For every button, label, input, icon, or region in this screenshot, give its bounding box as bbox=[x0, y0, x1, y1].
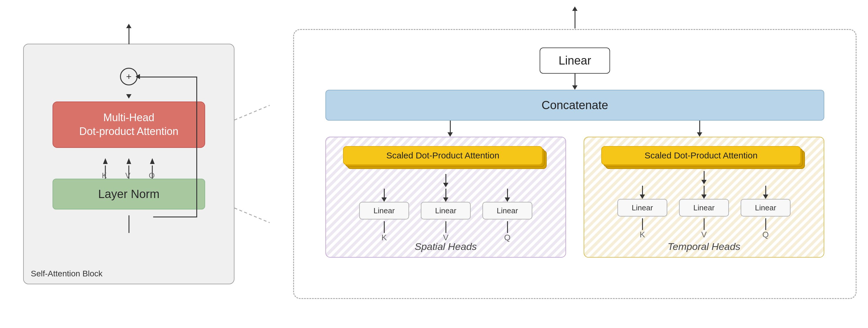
arrows-to-concat bbox=[326, 121, 824, 137]
spatial-scaled-dot-label: Scaled Dot-Product Attention bbox=[386, 151, 499, 161]
plus-circle: + bbox=[120, 68, 137, 86]
svg-line-10 bbox=[235, 208, 270, 223]
input-arrow bbox=[128, 215, 129, 233]
spatial-k-label: K bbox=[381, 233, 387, 242]
spatial-linear-v-box: Linear bbox=[421, 202, 471, 220]
temporal-k-label: K bbox=[640, 230, 645, 239]
layer-norm-label: Layer Norm bbox=[98, 188, 160, 200]
svg-marker-1 bbox=[103, 158, 108, 164]
temporal-scaled-dot-label: Scaled Dot-Product Attention bbox=[644, 151, 757, 161]
spatial-q-label: Q bbox=[504, 233, 510, 242]
temporal-linear-arrows: Linear K Linear bbox=[617, 186, 790, 239]
residual-h-bottom bbox=[153, 217, 197, 218]
temporal-scaled-dot-wrapper: Scaled Dot-Product Attention bbox=[601, 146, 807, 168]
svg-text:V: V bbox=[125, 171, 131, 179]
output-arrow-head bbox=[126, 24, 131, 28]
spatial-linear-q-label: Linear bbox=[497, 206, 518, 215]
temporal-linear-k-box: Linear bbox=[617, 199, 667, 217]
heads-row: Scaled Dot-Product Attention bbox=[326, 137, 824, 258]
residual-arrow-head bbox=[135, 74, 140, 79]
spatial-arrow-up: Scaled Dot-Product Attention bbox=[343, 146, 549, 171]
concatenate-bar: Concatenate bbox=[326, 90, 824, 121]
temporal-linear-v-label: Linear bbox=[693, 203, 715, 212]
arrow-linear-to-concat bbox=[572, 74, 578, 90]
spatial-linear-v-label: Linear bbox=[435, 206, 456, 215]
arrow-plus-to-multihead bbox=[126, 94, 131, 99]
temporal-linear-q-box: Linear bbox=[741, 199, 790, 217]
dashed-connector bbox=[235, 76, 270, 252]
spatial-linear-q-box: Linear bbox=[483, 202, 532, 220]
temporal-q-label: Q bbox=[762, 230, 769, 239]
svg-text:Q: Q bbox=[149, 171, 155, 179]
temporal-linear-q-label: Linear bbox=[755, 203, 776, 212]
temporal-v-label: V bbox=[701, 230, 707, 239]
spatial-arrow-to-dot bbox=[443, 174, 448, 187]
svg-marker-5 bbox=[150, 158, 155, 164]
svg-line-9 bbox=[235, 105, 270, 120]
svg-marker-3 bbox=[126, 158, 131, 164]
multi-head-attention-box: Multi-Head Dot-product Attention bbox=[53, 101, 205, 148]
linear-top-label: Linear bbox=[558, 54, 591, 67]
svg-text:K: K bbox=[102, 171, 107, 179]
temporal-panel: Scaled Dot-Product Attention bbox=[584, 137, 824, 258]
layer-norm-box: Layer Norm bbox=[53, 179, 205, 209]
spatial-panel-label: Spatial Heads bbox=[415, 241, 477, 252]
self-attention-block-label: Self-Attention Block bbox=[31, 269, 102, 278]
detail-output-arrow bbox=[572, 6, 578, 29]
residual-h-right bbox=[137, 76, 196, 77]
diagram-container: + Multi-Head Dot-product Attention bbox=[23, 17, 845, 311]
residual-v-line bbox=[196, 76, 197, 218]
spatial-linear-arrows: Linear K Linear bbox=[359, 189, 532, 242]
linear-top-box: Linear bbox=[540, 47, 610, 74]
plus-symbol: + bbox=[126, 71, 132, 82]
detail-block: Linear Concatenate bbox=[293, 29, 857, 299]
kvq-arrows-area: K V Q bbox=[70, 149, 187, 179]
temporal-panel-label: Temporal Heads bbox=[668, 241, 740, 252]
self-attention-block: + Multi-Head Dot-product Attention bbox=[23, 44, 235, 284]
concatenate-label: Concatenate bbox=[542, 99, 608, 111]
spatial-panel: Scaled Dot-Product Attention bbox=[326, 137, 566, 258]
temporal-arrow-to-dot bbox=[701, 171, 707, 184]
temporal-scaled-dot-box: Scaled Dot-Product Attention bbox=[601, 146, 801, 165]
linear-top-section: Linear bbox=[540, 47, 610, 90]
temporal-linear-v-box: Linear bbox=[679, 199, 729, 217]
spatial-linear-k-box: Linear bbox=[359, 202, 409, 220]
output-arrow-line bbox=[128, 28, 129, 44]
temporal-linear-k-label: Linear bbox=[632, 203, 653, 212]
spatial-scaled-dot-wrapper: Scaled Dot-Product Attention bbox=[343, 146, 549, 168]
spatial-linear-k-label: Linear bbox=[374, 206, 395, 215]
spatial-scaled-dot-box: Scaled Dot-Product Attention bbox=[343, 146, 542, 165]
multi-head-label: Multi-Head Dot-product Attention bbox=[79, 111, 178, 137]
